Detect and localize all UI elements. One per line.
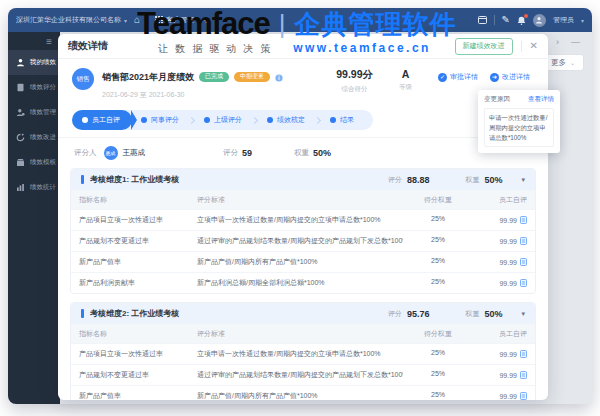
accent-bar — [81, 175, 84, 184]
section-score: 88.88 — [407, 175, 430, 185]
self-score-cell: 99.99 — [473, 230, 535, 251]
weight-cell: 25% — [403, 364, 473, 385]
score-label: 评分 — [388, 309, 402, 319]
weight-label: 权重 — [294, 148, 309, 158]
divider — [521, 41, 522, 52]
column-header: 员工自评 — [473, 324, 535, 343]
chevron-down-icon: ⌄ — [570, 59, 575, 66]
self-score-cell: 99.99 — [473, 343, 535, 364]
note-icon[interactable] — [520, 279, 527, 287]
note-icon[interactable] — [520, 258, 527, 266]
performance-manage-icon — [16, 108, 25, 117]
divider — [147, 15, 148, 25]
weight-cell: 25% — [403, 385, 473, 400]
tab-3[interactable]: 上级评分 — [195, 110, 251, 130]
indicator-name-cell: 产品规划不变更通过率 — [71, 364, 189, 385]
calendar-icon[interactable] — [478, 15, 487, 25]
sidebar-item[interactable]: 绩效模板 — [8, 150, 60, 175]
weight-cell: 25% — [403, 343, 473, 364]
note-icon[interactable] — [520, 216, 527, 224]
note-icon[interactable] — [520, 350, 527, 358]
rater-label: 评分人 — [74, 148, 97, 158]
popover-body: 申请一次性通过数量/周期内提交的立项申请总数*100% — [484, 108, 554, 147]
self-score-value: 99.99 — [499, 393, 517, 400]
indicator-name-cell: 新产品产值率 — [71, 251, 189, 272]
step-separator-icon — [251, 116, 258, 123]
performance-template-icon — [16, 158, 25, 167]
step-dot-icon — [141, 117, 147, 123]
tab-5[interactable]: 结果 — [321, 110, 363, 130]
close-icon[interactable]: ✕ — [530, 41, 538, 51]
tab-4[interactable]: 绩效核定 — [258, 110, 314, 130]
improvement-detail-link[interactable]: ➜ 改进详情 — [490, 72, 530, 82]
info-icon[interactable] — [275, 68, 283, 86]
add-tab-icon[interactable]: ＋ — [201, 15, 211, 25]
grid-icon — [155, 16, 163, 25]
self-score-cell: 99.99 — [473, 251, 535, 272]
section-header[interactable]: 考核维度2: 工作业绩考核 评分 95.76 权重 50% ▾ — [71, 303, 535, 324]
view-detail-link[interactable]: 查看详情 — [528, 95, 554, 104]
user-name[interactable]: 管理员 — [553, 15, 574, 25]
rater-name[interactable]: 王惠成 — [123, 148, 146, 158]
accent-bar — [81, 309, 84, 318]
collapse-caret-icon[interactable]: ▾ — [521, 176, 525, 184]
note-icon[interactable] — [520, 237, 527, 245]
more-button[interactable]: 更多 ⌄ — [542, 54, 584, 71]
new-improvement-button[interactable]: 新建绩效改进 — [455, 38, 513, 55]
app-menu-customers[interactable]: 客户管理 — [155, 15, 194, 25]
home-icon[interactable]: ⌂ — [134, 15, 140, 25]
section-title: 考核维度2: 工作业绩考核 — [90, 308, 179, 319]
self-score-cell: 99.99 — [473, 272, 535, 293]
weight-cell: 25% — [403, 272, 473, 293]
collapse-caret-icon[interactable]: ▾ — [521, 310, 525, 318]
step-dot-icon — [267, 117, 273, 123]
expand-panel-icon[interactable]: › — [556, 37, 559, 47]
column-header: 评分标准 — [189, 190, 403, 209]
notification-bell-icon[interactable] — [517, 16, 526, 25]
company-switcher[interactable]: 深圳汇策华企业科技有限公司名称 ▾ — [16, 15, 127, 25]
rater-row: 评分人 惠成 王惠成 评分 59 权重 50% — [58, 137, 548, 168]
step-separator-icon — [188, 116, 195, 123]
performance-improve-icon — [16, 133, 25, 142]
evaluation-steps: 员工自评同事评分上级评分绩效核定结果 — [58, 105, 548, 137]
dimension-section-1: 考核维度1: 工作业绩考核 评分 88.88 权重 50% ▾ 指标名称评分标准… — [70, 168, 536, 294]
status-badge-done: 已完成 — [199, 72, 229, 82]
user-avatar[interactable] — [533, 14, 546, 27]
approval-detail-link[interactable]: ✓ 审批详情 — [438, 72, 478, 82]
sidebar: ≡ 我的绩效绩效评分绩效管理绩效改进绩效模板绩效统计 — [8, 32, 60, 404]
note-icon[interactable] — [520, 371, 527, 379]
status-badge-change: 中期变更 — [234, 72, 270, 82]
self-score-cell: 99.99 — [473, 364, 535, 385]
sidebar-item[interactable]: 我的绩效 — [8, 50, 60, 75]
weight-cell: 25% — [403, 230, 473, 251]
minimize-icon[interactable]: — — [571, 37, 580, 47]
sidebar-item[interactable]: 绩效管理 — [8, 100, 60, 125]
section-title: 考核维度1: 工作业绩考核 — [90, 174, 179, 185]
criteria-cell: 立项申请一次性通过数量/周期内提交的立项申请总数*100% — [189, 343, 403, 364]
weight-cell: 25% — [403, 209, 473, 230]
tab-label: 上级评分 — [214, 115, 242, 125]
score-label: 评分 — [388, 175, 402, 185]
sidebar-item[interactable]: 绩效统计 — [8, 175, 60, 200]
score-label: 评分 — [223, 148, 238, 158]
indicator-name-cell: 产品项目立项一次性通过率 — [71, 343, 189, 364]
note-icon[interactable] — [520, 392, 527, 400]
sidebar-item[interactable]: 绩效改进 — [8, 125, 60, 150]
popover-title: 变更原因 — [484, 95, 510, 104]
section-weight: 50% — [484, 309, 502, 319]
tab-1[interactable]: 员工自评 — [72, 110, 132, 130]
rater-score: 59 — [242, 148, 252, 158]
section-header[interactable]: 考核维度1: 工作业绩考核 评分 88.88 权重 50% ▾ — [71, 169, 535, 190]
tab-label: 绩效核定 — [277, 115, 305, 125]
criteria-cell: 立项申请一次性通过数量/周期内提交的立项申请总数*100% — [189, 209, 403, 230]
tab-2[interactable]: 同事评分 — [132, 110, 188, 130]
record-date-range: 2021-06-29 至 2021-06-30 — [102, 90, 283, 100]
change-reason-popover: 变更原因 查看详情 申请一次性通过数量/周期内提交的立项申请总数*100% — [478, 90, 560, 153]
column-header: 员工自评 — [473, 190, 535, 209]
menu-toggle-icon[interactable]: ≡ — [8, 32, 60, 50]
tab-label: 同事评分 — [151, 115, 179, 125]
edit-icon[interactable]: ✎ — [502, 15, 510, 25]
self-score-value: 99.99 — [499, 280, 517, 287]
sidebar-item[interactable]: 绩效评分 — [8, 75, 60, 100]
self-score-value: 99.99 — [499, 372, 517, 379]
